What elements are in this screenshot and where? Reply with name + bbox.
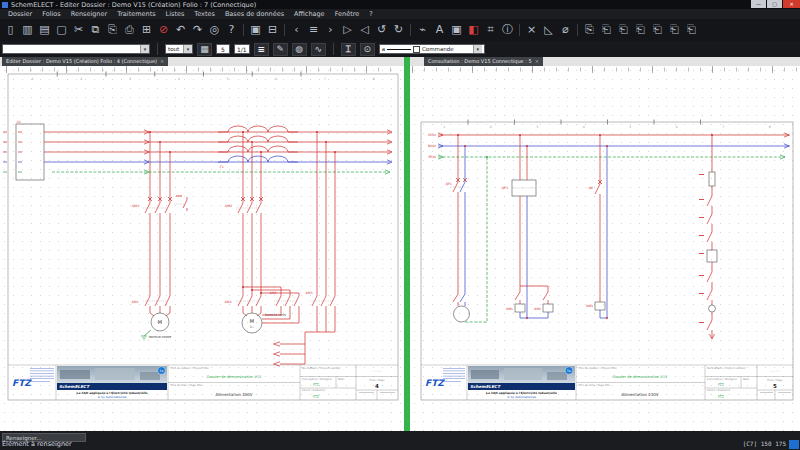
column-number: 6 (676, 125, 678, 129)
open-dossier-icon[interactable]: ▥ (20, 21, 36, 39)
qf1-branch[interactable]: -QF1 (445, 135, 487, 322)
q6-branch[interactable]: -Q6 -KM3 (585, 135, 607, 318)
measure-icon[interactable]: ◺ (541, 21, 557, 39)
folio-list-icon[interactable]: ≡ (306, 21, 322, 39)
menu-item-bases-de-donn-es[interactable]: Bases de données (220, 10, 289, 18)
pencil-icon[interactable]: ✎ (273, 43, 288, 56)
lamp-icon[interactable]: ◍ (292, 43, 307, 56)
cursor-pan-icon[interactable]: ◁ (357, 21, 373, 39)
contactor-delta-label: -KM5 (269, 291, 277, 295)
margin-marks (3, 132, 7, 152)
cut-icon[interactable]: ✂ (71, 21, 87, 39)
chevron-down-icon[interactable]: ▾ (183, 45, 192, 53)
scope-filter-combo[interactable]: tout ▾ (165, 44, 193, 54)
abort-icon[interactable]: ⊘ (156, 21, 172, 39)
menu-item-dossier[interactable]: Dossier (3, 10, 37, 18)
right-schematic-svg[interactable]: 12345678 P24V N24V PE24 (410, 66, 800, 431)
brand-photo: SchemELECT 5e (468, 366, 575, 390)
line-style-combo[interactable]: a Commande ▾ (379, 44, 485, 54)
transformer-symbol[interactable]: -T1 (218, 126, 298, 169)
grid-toggle-icon[interactable]: ▦ (197, 43, 212, 56)
folio-copy-4-icon[interactable]: ⎗ (650, 21, 666, 39)
snap-grid-icon[interactable]: ⌗ (483, 21, 499, 39)
window-cascade-icon[interactable]: ▣ (248, 21, 264, 39)
copy-icon[interactable]: ⧉ (88, 21, 104, 39)
component-chain[interactable] (699, 135, 717, 339)
print-icon[interactable]: ⎙ (122, 21, 138, 39)
new-folio-icon[interactable]: ▯ (3, 21, 19, 39)
minimize-button[interactable]: — (751, 0, 766, 8)
menu-item-renseigner[interactable]: Renseigner (66, 10, 112, 18)
delete-element-icon[interactable]: × (524, 21, 540, 39)
fill-color-icon[interactable]: ◧ (466, 21, 482, 39)
undo-icon[interactable]: ↶ (173, 21, 189, 39)
wire-node-icon[interactable]: ⊙ (360, 43, 375, 56)
menu-item--[interactable]: ? (364, 10, 377, 18)
tab-close-icon[interactable]: × (535, 57, 539, 66)
toolbar-separator (407, 22, 414, 38)
page-indicator-input[interactable]: 1/1 (234, 44, 250, 54)
rotate-left-icon[interactable]: ↺ (374, 21, 390, 39)
left-schematic-svg[interactable]: 12345678 -X1 (0, 66, 404, 431)
menu-item-textes[interactable]: Textes (189, 10, 220, 18)
customer-value: FTZ (313, 395, 320, 399)
aux-contact[interactable] (174, 196, 187, 211)
line-style-prefix: a (382, 46, 385, 52)
editor-canvas[interactable]: 12345678 -X1 (0, 66, 404, 431)
qf3-branch[interactable]: -QF3 -KM1 -KM2 (501, 135, 553, 318)
paste-icon[interactable]: ⎘ (105, 21, 121, 39)
control-wires[interactable] (438, 135, 790, 157)
window-tile-icon[interactable]: ⊟ (265, 21, 281, 39)
curves-icon[interactable]: ∿ (311, 43, 326, 56)
grid-size-input[interactable]: 5 (216, 44, 230, 54)
menu-item-affichage[interactable]: Affichage (289, 10, 330, 18)
maximize-button[interactable]: ▢ (767, 0, 782, 8)
power-wires[interactable] (44, 132, 390, 172)
menu-item-folios[interactable]: Folios (37, 10, 65, 18)
save-icon[interactable]: ▤ (37, 21, 53, 39)
tab-close-icon[interactable]: × (160, 57, 164, 66)
component-search-combo[interactable]: ▾ (2, 44, 150, 54)
brand-link[interactable]: © by Automatismes (507, 395, 537, 399)
folio-copy-2-icon[interactable]: ⎗ (616, 21, 632, 39)
cursor-select-icon[interactable]: ▷ (340, 21, 356, 39)
folio-clipboard-icon[interactable]: ⎘ (582, 21, 598, 39)
previous-folio-icon[interactable]: ‹ (289, 21, 305, 39)
menu-item-traitements[interactable]: Traitements (112, 10, 160, 18)
folio-copy-5-icon[interactable]: ⎗ (667, 21, 683, 39)
menu-item-listes[interactable]: Listes (161, 10, 190, 18)
print-setup-icon[interactable]: ⊞ (139, 21, 155, 39)
insert-text-icon[interactable]: A (432, 21, 448, 39)
motor2-symbol: M (250, 318, 254, 324)
next-folio-icon[interactable]: › (323, 21, 339, 39)
project-number-label: No d'affaire / Project number (707, 366, 747, 370)
company-address-lines (443, 368, 465, 382)
vertical-wire-icon[interactable]: ⌶ (341, 43, 356, 56)
brand-link[interactable]: © by Automatismes (97, 395, 127, 399)
chevron-down-icon[interactable]: ▾ (140, 45, 149, 53)
insert-block-icon[interactable]: ▣ (449, 21, 465, 39)
junction-dots (457, 134, 713, 319)
rotate-right-icon[interactable]: ↻ (391, 21, 407, 39)
layers-icon[interactable]: ≡ (254, 43, 269, 56)
consultation-canvas[interactable]: 12345678 P24V N24V PE24 (410, 66, 800, 431)
refresh-icon[interactable]: ◎ (207, 21, 223, 39)
line-style-checkbox[interactable] (413, 46, 420, 53)
redo-icon[interactable]: ↷ (190, 21, 206, 39)
chevron-down-icon[interactable]: ▾ (473, 45, 482, 53)
tab-consultation-folio[interactable]: Consultation : Demo V15 Connectique : 5 … (424, 57, 543, 66)
hide-layer-icon[interactable]: ⌀ (558, 21, 574, 39)
folio-copy-1-icon[interactable]: ⎗ (599, 21, 615, 39)
select-zone-icon[interactable]: ▢ (54, 21, 70, 39)
folio-copy-6-icon[interactable]: ⎗ (684, 21, 700, 39)
element-info-icon[interactable]: ⓘ (500, 21, 516, 39)
insert-wire-icon[interactable]: ⌁ (415, 21, 431, 39)
help-icon[interactable]: ? (224, 21, 240, 39)
close-button[interactable]: ✕ (783, 0, 800, 8)
transformer-label: -T1 (219, 165, 224, 169)
motor1-branch[interactable]: -QM1 -KM1 M MOTEUR POMPE (131, 132, 172, 340)
terminal-block[interactable]: -X1 (16, 120, 44, 180)
folio-copy-3-icon[interactable]: ⎗ (633, 21, 649, 39)
tab-editor-folio[interactable]: Editer Dossier : Demo V15 (Création) Fol… (2, 57, 168, 66)
menu-item-fen-tre[interactable]: Fenêtre (330, 10, 365, 18)
